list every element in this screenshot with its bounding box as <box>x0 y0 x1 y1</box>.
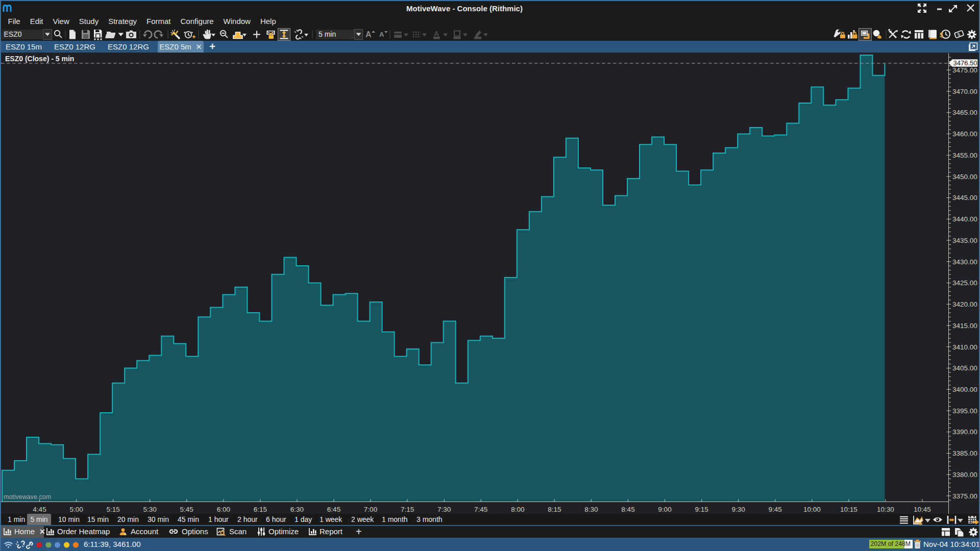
svg-text:3395.00: 3395.00 <box>952 407 977 415</box>
svg-text:5:00: 5:00 <box>69 506 83 513</box>
svg-text:8:45: 8:45 <box>621 506 634 513</box>
svg-text:3425.00: 3425.00 <box>952 279 977 287</box>
svg-text:A: A <box>434 30 439 38</box>
svg-text:3455.00: 3455.00 <box>952 152 977 159</box>
svg-text:9:15: 9:15 <box>695 506 708 513</box>
svg-text:10:45: 10:45 <box>914 506 931 513</box>
svg-text:$: $ <box>940 32 943 39</box>
svg-text:7:00: 7:00 <box>364 506 377 513</box>
svg-text:10:15: 10:15 <box>840 506 857 513</box>
svg-text:motivewave.com: motivewave.com <box>4 493 51 500</box>
svg-text:3415.00: 3415.00 <box>952 322 977 330</box>
svg-text:7:15: 7:15 <box>401 506 414 513</box>
svg-text:6:45: 6:45 <box>327 506 340 513</box>
svg-text:4:45: 4:45 <box>33 506 46 513</box>
svg-text:3435.00: 3435.00 <box>952 237 977 244</box>
svg-text:A: A <box>379 31 384 38</box>
svg-text:10:00: 10:00 <box>803 506 821 513</box>
svg-text:3470.00: 3470.00 <box>952 88 977 95</box>
svg-text:6:30: 6:30 <box>290 506 304 513</box>
svg-text:3475.00: 3475.00 <box>952 66 977 74</box>
svg-text:3405.00: 3405.00 <box>952 364 977 372</box>
svg-text:3450.00: 3450.00 <box>952 173 977 181</box>
svg-text:5 min: 5 min <box>318 30 336 38</box>
svg-text:3465.00: 3465.00 <box>952 109 977 116</box>
svg-text:7:45: 7:45 <box>474 506 487 513</box>
svg-text:3445.00: 3445.00 <box>952 194 977 202</box>
svg-text:ESZ0: ESZ0 <box>4 30 22 38</box>
svg-text:7:30: 7:30 <box>437 506 451 513</box>
svg-text:3440.00: 3440.00 <box>952 215 977 223</box>
svg-text:3380.00: 3380.00 <box>952 471 977 479</box>
svg-text:8:15: 8:15 <box>548 506 561 513</box>
svg-text:5:45: 5:45 <box>180 506 193 513</box>
svg-text:6:15: 6:15 <box>254 506 267 513</box>
svg-text:3420.00: 3420.00 <box>952 300 977 308</box>
svg-text:3385.00: 3385.00 <box>952 449 977 457</box>
svg-text:9:45: 9:45 <box>769 506 782 513</box>
svg-text:8:30: 8:30 <box>584 506 598 513</box>
svg-text:8:00: 8:00 <box>511 506 524 513</box>
svg-text:9:30: 9:30 <box>731 506 745 513</box>
svg-text:3476.50: 3476.50 <box>953 59 977 67</box>
svg-text:5:30: 5:30 <box>143 506 157 513</box>
svg-text:ESZ0 (Close) - 5 min: ESZ0 (Close) - 5 min <box>5 55 74 63</box>
svg-text:$: $ <box>957 32 961 37</box>
svg-text:3400.00: 3400.00 <box>952 386 977 393</box>
svg-text:3410.00: 3410.00 <box>952 343 977 351</box>
svg-text:3390.00: 3390.00 <box>952 428 977 436</box>
svg-text:5:15: 5:15 <box>106 506 119 513</box>
svg-text:3460.00: 3460.00 <box>952 130 977 138</box>
svg-text:9:00: 9:00 <box>658 506 671 513</box>
svg-text:3375.00: 3375.00 <box>952 492 977 500</box>
svg-text:6:00: 6:00 <box>217 506 230 513</box>
svg-text:3430.00: 3430.00 <box>952 258 977 266</box>
svg-text:A: A <box>365 30 372 39</box>
svg-text:10:30: 10:30 <box>877 506 894 513</box>
